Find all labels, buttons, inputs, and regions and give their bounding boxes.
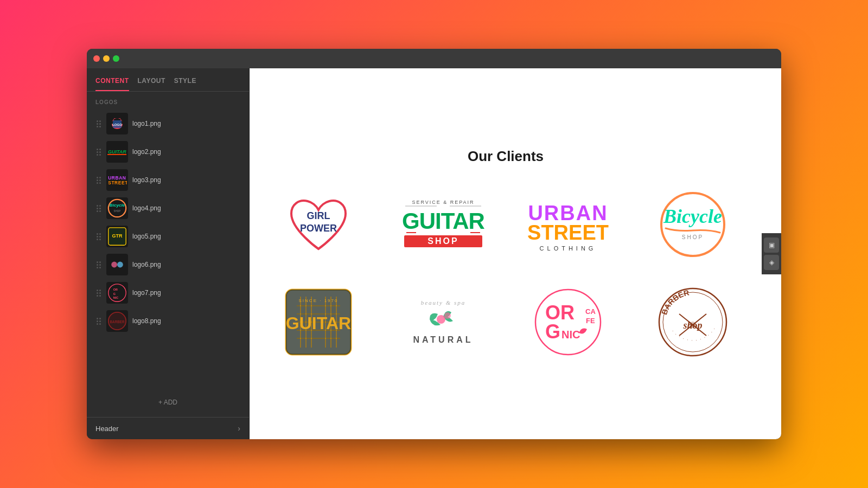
barber-shop-logo: BARBER shop · · · · · · · · · · · · xyxy=(655,284,731,360)
logo-name: logo3.png xyxy=(132,176,216,184)
list-item[interactable]: LOGO logo1.png ⧉ 🗑 xyxy=(91,110,245,138)
logo-list: LOGO logo1.png ⧉ 🗑 xyxy=(87,110,249,388)
maximize-button[interactable] xyxy=(113,55,119,62)
copy-button[interactable]: ⧉ xyxy=(221,231,228,242)
drag-handle[interactable] xyxy=(95,232,102,241)
canvas-inner: Our Clients GIRL POWER xyxy=(250,68,762,439)
drag-handle[interactable] xyxy=(95,119,102,129)
logo-name: logo6.png xyxy=(132,261,216,268)
copy-button[interactable]: ⧉ xyxy=(221,316,228,326)
copy-button[interactable]: ⧉ xyxy=(221,203,228,214)
list-item[interactable]: URBAN STREET logo3.png ⧉ 🗑 xyxy=(91,166,245,194)
drag-handle[interactable] xyxy=(95,260,102,269)
beauty-spa-logo: beauty & spa NATURAL xyxy=(400,290,487,355)
svg-text:G: G xyxy=(113,292,116,296)
delete-button[interactable]: 🗑 xyxy=(231,259,240,270)
delete-button[interactable]: 🗑 xyxy=(231,146,240,157)
logo-cell-urban-street: URBAN STREET CLOTHING xyxy=(522,187,614,262)
svg-text:SINCE · 1970: SINCE · 1970 xyxy=(299,298,339,303)
svg-text:Bicycle: Bicycle xyxy=(663,206,722,227)
logo-thumb: GUITAR xyxy=(106,141,128,163)
bicycle-logo: Bicycle SHOP xyxy=(649,189,736,260)
sidebar-footer[interactable]: Header › xyxy=(87,417,249,439)
footer-arrow-icon: › xyxy=(238,424,240,433)
drag-handle[interactable] xyxy=(95,288,102,298)
sidebar-tabs: CONTENT LAYOUT STYLE xyxy=(87,68,249,92)
svg-text:GUITAR: GUITAR xyxy=(402,208,485,234)
logo-thumb: GTR xyxy=(106,226,128,247)
svg-text:SHOP: SHOP xyxy=(427,236,458,246)
list-item[interactable]: Bicycle SHOP logo4.png ⧉ 🗑 xyxy=(91,194,245,222)
app-window: CONTENT LAYOUT STYLE LOGOS xyxy=(87,49,781,439)
svg-text:NIC: NIC xyxy=(113,296,118,299)
copy-button[interactable]: ⧉ xyxy=(221,118,228,129)
girl-power-logo: GIRL POWER xyxy=(280,189,356,260)
logo-thumb: URBAN STREET xyxy=(106,169,128,191)
list-item[interactable]: logo6.png ⧉ 🗑 xyxy=(91,251,245,279)
list-item[interactable]: OR G NIC logo7.png ⧉ 🗑 xyxy=(91,279,245,307)
svg-text:G: G xyxy=(545,320,560,343)
drag-handle[interactable] xyxy=(95,147,102,157)
delete-button[interactable]: 🗑 xyxy=(231,316,240,326)
logo-name: logo7.png xyxy=(132,289,216,297)
section-title: Our Clients xyxy=(468,148,544,165)
drag-handle[interactable] xyxy=(95,317,102,326)
logo-cell-guitar-vintage: SINCE · 1970 GUITAR xyxy=(272,284,365,360)
list-item[interactable]: BARBER logo8.png ⧉ 🗑 xyxy=(91,307,245,335)
copy-button[interactable]: ⧉ xyxy=(221,287,228,298)
delete-button[interactable]: 🗑 xyxy=(231,231,240,242)
svg-point-12 xyxy=(117,262,123,268)
delete-button[interactable]: 🗑 xyxy=(231,175,240,185)
urban-street-logo: URBAN STREET CLOTHING xyxy=(525,192,611,257)
guitar-shop-logo: SERVICE & REPAIR GUITAR SHOP xyxy=(400,192,487,257)
svg-text:GUITAR: GUITAR xyxy=(286,313,351,333)
svg-point-6 xyxy=(108,200,126,217)
svg-text:STREET: STREET xyxy=(527,221,609,244)
tab-content[interactable]: CONTENT xyxy=(95,77,129,91)
svg-text:NIC: NIC xyxy=(561,329,580,341)
tab-layout[interactable]: LAYOUT xyxy=(138,77,165,91)
logo-thumb: LOGO xyxy=(106,113,128,134)
svg-point-11 xyxy=(111,262,117,268)
svg-text:STREET: STREET xyxy=(108,180,127,185)
copy-button[interactable]: ⧉ xyxy=(221,146,228,157)
delete-button[interactable]: 🗑 xyxy=(231,118,240,129)
organic-logo: OR G CA FE NIC xyxy=(530,284,606,360)
svg-point-78 xyxy=(690,322,696,328)
logo-cell-bicycle-shop: Bicycle SHOP xyxy=(647,187,739,262)
minimize-button[interactable] xyxy=(103,55,110,62)
list-item[interactable]: GUITAR logo2.png ⧉ 🗑 xyxy=(91,138,245,166)
logo-cell-organic: OR G CA FE NIC xyxy=(522,284,614,360)
logo-thumb xyxy=(106,254,128,275)
logo-name: logo8.png xyxy=(132,317,216,325)
svg-text:SERVICE & REPAIR: SERVICE & REPAIR xyxy=(412,200,474,205)
drag-handle[interactable] xyxy=(95,204,102,213)
list-item[interactable]: GTR logo5.png ⧉ 🗑 xyxy=(91,222,245,251)
logo-cell-girl-power: GIRL POWER xyxy=(272,187,365,262)
svg-text:SHOP: SHOP xyxy=(682,234,704,240)
traffic-lights xyxy=(93,55,119,62)
svg-text:POWER: POWER xyxy=(300,223,337,234)
close-button[interactable] xyxy=(93,55,100,62)
svg-text:GUITAR: GUITAR xyxy=(108,149,126,155)
delete-button[interactable]: 🗑 xyxy=(231,287,240,298)
add-button[interactable]: + ADD xyxy=(95,394,240,410)
svg-point-64 xyxy=(444,312,451,319)
svg-text:NATURAL: NATURAL xyxy=(413,335,473,344)
copy-button[interactable]: ⧉ xyxy=(221,175,228,185)
drag-handle[interactable] xyxy=(95,176,102,185)
svg-text:URBAN: URBAN xyxy=(108,175,126,181)
delete-button[interactable]: 🗑 xyxy=(231,203,240,214)
svg-text:CA: CA xyxy=(585,307,596,316)
tab-style[interactable]: STYLE xyxy=(174,77,196,91)
titlebar xyxy=(87,49,781,68)
logo-cell-guitar-shop: SERVICE & REPAIR GUITAR SHOP xyxy=(397,187,489,262)
logo-name: logo4.png xyxy=(132,204,216,212)
right-panel: ▣ ◈ xyxy=(762,233,781,274)
logo-name: logo1.png xyxy=(132,120,216,127)
svg-text:FE: FE xyxy=(586,317,595,325)
copy-button[interactable]: ⧉ xyxy=(221,259,228,270)
paint-button[interactable]: ◈ xyxy=(764,255,779,270)
monitor-button[interactable]: ▣ xyxy=(764,237,779,253)
svg-text:CLOTHING: CLOTHING xyxy=(540,245,597,252)
